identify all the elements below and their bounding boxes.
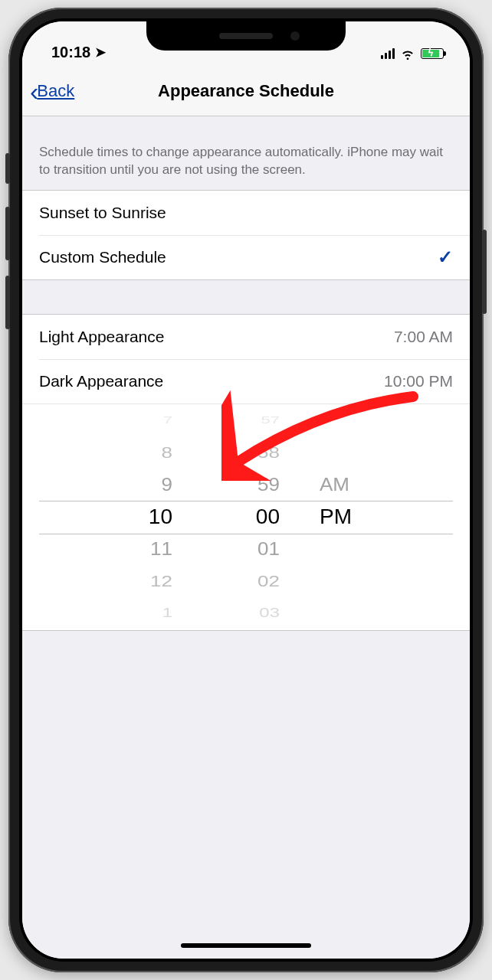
picker-value: 7 xyxy=(163,411,172,429)
picker-value: 01 xyxy=(257,534,280,564)
section-description: Schedule times to change appearance auto… xyxy=(22,116,470,190)
picker-value: 11 xyxy=(150,534,172,564)
screen: 10:18 ➤ ϟ ‹ Back xyxy=(22,21,470,959)
option-label: Sunset to Sunrise xyxy=(39,204,166,222)
picker-ampm-column[interactable]: AM PM xyxy=(315,404,392,630)
phone-frame: 10:18 ➤ ϟ ‹ Back xyxy=(8,8,484,972)
picker-value: 1 xyxy=(162,603,172,623)
picker-selected: 10 xyxy=(149,501,172,533)
cellular-icon xyxy=(381,48,395,59)
speaker xyxy=(219,33,273,39)
picker-value: 59 xyxy=(257,470,280,500)
picker-value: 9 xyxy=(162,470,172,500)
mute-switch[interactable] xyxy=(5,153,10,184)
row-dark-appearance[interactable]: Dark Appearance 10:00 PM xyxy=(39,359,470,403)
option-custom-schedule[interactable]: Custom Schedule ✓ xyxy=(39,235,470,279)
spacer xyxy=(22,280,470,314)
row-value: 7:00 AM xyxy=(394,328,453,346)
picker-minute-column[interactable]: 57 58 59 00 01 02 03 xyxy=(208,404,284,630)
back-button[interactable]: ‹ Back xyxy=(30,78,74,104)
picker-value: 8 xyxy=(162,439,172,466)
time-picker[interactable]: 7 8 9 10 11 12 1 57 58 59 xyxy=(22,403,470,630)
notch xyxy=(146,21,346,51)
volume-down-button[interactable] xyxy=(5,276,10,329)
back-label: Back xyxy=(37,81,74,101)
home-indicator[interactable] xyxy=(181,943,311,948)
front-camera xyxy=(290,31,300,41)
schedule-options-group: Sunset to Sunrise Custom Schedule ✓ xyxy=(22,190,470,280)
row-label: Light Appearance xyxy=(39,328,164,346)
picker-hour-column[interactable]: 7 8 9 10 11 12 1 xyxy=(100,404,177,630)
row-label: Dark Appearance xyxy=(39,372,163,390)
row-value: 10:00 PM xyxy=(384,372,453,390)
picker-value: AM xyxy=(320,470,349,500)
clock-label: 10:18 xyxy=(51,44,90,61)
picker-selected: 00 xyxy=(256,501,280,533)
picker-selected: PM xyxy=(320,501,352,533)
picker-value: 12 xyxy=(150,568,172,594)
appearance-times-group: Light Appearance 7:00 AM Dark Appearance… xyxy=(22,314,470,631)
row-light-appearance[interactable]: Light Appearance 7:00 AM xyxy=(22,315,470,359)
picker-value: 57 xyxy=(261,411,280,429)
bezel: 10:18 ➤ ϟ ‹ Back xyxy=(19,18,473,962)
bottom-area xyxy=(22,631,470,959)
battery-icon: ϟ xyxy=(421,48,444,59)
wifi-icon xyxy=(400,46,415,61)
picker-value: 03 xyxy=(259,603,280,623)
option-label: Custom Schedule xyxy=(39,248,166,266)
picker-value: 58 xyxy=(257,439,280,466)
picker-value: 02 xyxy=(257,568,280,594)
page-title: Appearance Schedule xyxy=(33,81,459,101)
nav-bar: ‹ Back Appearance Schedule xyxy=(22,66,470,116)
power-button[interactable] xyxy=(482,230,487,314)
option-sunset-to-sunrise[interactable]: Sunset to Sunrise xyxy=(22,191,470,235)
checkmark-icon: ✓ xyxy=(438,247,453,268)
location-icon: ➤ xyxy=(95,44,106,60)
volume-up-button[interactable] xyxy=(5,207,10,260)
